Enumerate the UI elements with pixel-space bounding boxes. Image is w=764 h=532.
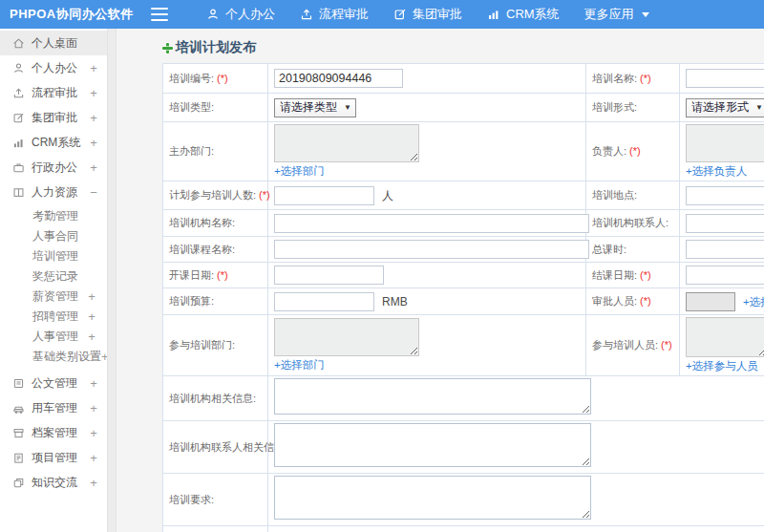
- host-dept-textarea[interactable]: [274, 124, 419, 162]
- sidebar-item-workflow-approval[interactable]: 流程审批 +: [0, 80, 107, 105]
- join-people-textarea[interactable]: [686, 317, 764, 357]
- planned-count-cell: 人: [268, 181, 586, 210]
- expand-indicator[interactable]: +: [88, 136, 99, 150]
- training-plan-form: 培训编号:(*) 培训名称:(*) 培训类型: 请选择类型▼ 培训形式: 请选择…: [162, 63, 764, 532]
- sidebar-item-projects[interactable]: 项目管理 +: [0, 445, 107, 470]
- select-dept-link[interactable]: +选择部门: [274, 164, 325, 179]
- training-no-cell: [268, 64, 586, 94]
- expand-indicator[interactable]: +: [88, 61, 99, 75]
- select-dept-link[interactable]: +选择部门: [274, 358, 325, 372]
- course-name-input[interactable]: [274, 240, 589, 259]
- org-contact-info-label: 培训机构联系人相关信息:: [163, 421, 268, 474]
- sidebar-item-crm[interactable]: CRM系统 +: [0, 130, 107, 155]
- training-no-input[interactable]: [274, 69, 403, 88]
- tags-icon: [12, 477, 25, 489]
- training-form-select[interactable]: 请选择形式▼: [686, 98, 764, 117]
- page-title: 培训计划发布: [162, 39, 764, 56]
- sidebar-subitem-attendance[interactable]: 考勤管理: [0, 206, 107, 226]
- sidebar-subitem-hr-contract[interactable]: 人事合同: [0, 226, 107, 246]
- required-mark: (*): [640, 73, 651, 84]
- expand-indicator[interactable]: +: [88, 376, 99, 391]
- nav-label: 集团审批: [413, 6, 462, 23]
- leader-textarea[interactable]: [686, 124, 764, 162]
- menu-toggle-icon[interactable]: [151, 8, 168, 21]
- nav-group-approval[interactable]: 集团审批: [393, 6, 462, 23]
- expand-indicator[interactable]: +: [88, 476, 99, 490]
- sidebar-subitem-reward-punishment[interactable]: 奖惩记录: [0, 266, 107, 287]
- sidebar-subitem-training[interactable]: 培训管理: [0, 246, 107, 266]
- app-logo: PHPOA协同办公软件: [0, 6, 151, 23]
- training-name-input[interactable]: [686, 69, 764, 88]
- sidebar-subitem-label: 奖惩记录: [32, 268, 86, 285]
- required-mark: (*): [661, 339, 672, 351]
- join-dept-textarea[interactable]: [274, 318, 419, 356]
- join-people-label: 参与培训人员:(*): [586, 315, 680, 376]
- sidebar-item-group-approval[interactable]: 集团审批 +: [0, 105, 107, 130]
- org-contact-info-textarea[interactable]: [274, 423, 591, 467]
- select-approver-link[interactable]: +选择审批人员: [743, 295, 764, 309]
- select-people-link[interactable]: +选择参与人员: [686, 359, 758, 373]
- join-dept-cell: +选择部门: [268, 315, 586, 376]
- approver-input[interactable]: [686, 292, 735, 311]
- sidebar-menu: 个人桌面 个人办公 + 流程审批 + 集团审批 +: [0, 31, 107, 204]
- required-mark: (*): [640, 295, 651, 307]
- org-name-cell: [268, 210, 586, 237]
- briefcase-icon: [12, 161, 25, 174]
- expand-indicator[interactable]: +: [86, 309, 97, 324]
- sidebar-subitem-recruitment[interactable]: 招聘管理 +: [0, 307, 107, 327]
- org-info-textarea[interactable]: [274, 378, 591, 415]
- sidebar-subitem-label: 招聘管理: [32, 309, 86, 325]
- nav-workflow-approval[interactable]: 流程审批: [300, 6, 369, 23]
- training-no-label: 培训编号:(*): [163, 64, 268, 94]
- sidebar-item-vehicle[interactable]: 用车管理 +: [0, 395, 107, 420]
- start-date-cell: [268, 263, 586, 288]
- end-date-input[interactable]: [686, 266, 764, 285]
- expand-indicator[interactable]: +: [88, 401, 99, 415]
- sidebar-subitem-base-category[interactable]: 基础类别设置 +: [0, 347, 107, 367]
- expand-indicator[interactable]: +: [86, 289, 97, 304]
- nav-more-apps[interactable]: 更多应用: [584, 6, 649, 23]
- location-input[interactable]: [686, 186, 764, 205]
- sidebar-item-archives[interactable]: 档案管理 +: [0, 420, 107, 445]
- budget-input[interactable]: [274, 292, 374, 311]
- expand-indicator[interactable]: +: [86, 330, 97, 344]
- sidebar-item-label: 个人桌面: [32, 35, 88, 52]
- sidebar-item-personal-office[interactable]: 个人办公 +: [0, 55, 107, 80]
- sidebar-subitem-label: 人事合同: [32, 228, 86, 245]
- org-name-input[interactable]: [274, 214, 589, 233]
- org-contact-input[interactable]: [686, 214, 764, 233]
- total-hours-input[interactable]: [686, 240, 764, 259]
- select-leader-link[interactable]: +选择负责人: [686, 164, 747, 179]
- planned-count-input[interactable]: [274, 186, 374, 205]
- sidebar-item-admin-office[interactable]: 行政办公 +: [0, 155, 107, 180]
- home-icon: [12, 37, 25, 50]
- expand-indicator[interactable]: +: [88, 451, 99, 465]
- clipboard-icon: [12, 452, 25, 464]
- requirements-textarea[interactable]: [274, 476, 591, 520]
- approver-label: 审批人员:(*): [586, 288, 680, 315]
- required-mark: (*): [640, 269, 651, 281]
- expand-indicator[interactable]: −: [88, 185, 99, 200]
- caret-down-icon: ▼: [755, 103, 763, 112]
- sidebar-item-personal-desktop[interactable]: 个人桌面: [0, 31, 107, 55]
- expand-indicator[interactable]: +: [88, 111, 99, 125]
- sidebar-item-label: 用车管理: [32, 400, 88, 416]
- sidebar-item-human-resources[interactable]: 人力资源 −: [0, 180, 107, 204]
- training-type-cell: 请选择类型▼: [268, 94, 586, 122]
- required-mark: (*): [629, 145, 641, 157]
- sidebar-item-official-docs[interactable]: 公文管理 +: [0, 371, 107, 395]
- sidebar-item-knowledge[interactable]: 知识交流 +: [0, 470, 107, 495]
- sidebar-subitem-personnel[interactable]: 人事管理 +: [0, 327, 107, 347]
- expand-indicator[interactable]: +: [101, 350, 108, 364]
- nav-crm-system[interactable]: CRM系统: [487, 6, 560, 23]
- training-type-select[interactable]: 请选择类型▼: [274, 98, 356, 117]
- nav-personal-office[interactable]: 个人办公: [206, 6, 275, 23]
- required-mark: (*): [259, 189, 270, 201]
- expand-indicator[interactable]: +: [88, 86, 99, 100]
- start-date-input[interactable]: [274, 266, 384, 285]
- sidebar-subitem-salary[interactable]: 薪资管理 +: [0, 287, 107, 307]
- org-info-label: 培训机构相关信息:: [163, 376, 268, 421]
- expand-indicator[interactable]: +: [88, 160, 99, 175]
- expand-indicator[interactable]: +: [88, 426, 99, 440]
- form-row: 培训机构名称: 培训机构联系人:: [163, 210, 764, 237]
